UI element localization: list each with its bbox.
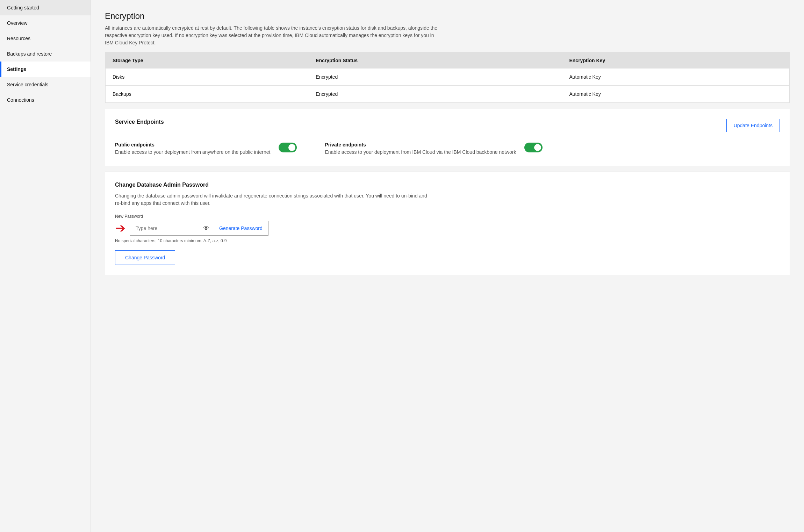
password-input-wrapper: 👁 (130, 221, 214, 236)
col-encryption-status: Encryption Status (309, 53, 562, 69)
storage-type-disks: Disks (106, 69, 309, 86)
encryption-table-container: Storage Type Encryption Status Encryptio… (105, 52, 790, 103)
private-endpoints-text: Private endpoints Enable access to your … (325, 142, 516, 156)
table-row: Backups Encrypted Automatic Key (106, 86, 790, 103)
private-endpoints-group: Private endpoints Enable access to your … (325, 142, 543, 156)
eye-icon[interactable]: 👁 (203, 224, 209, 232)
sidebar-item-connections[interactable]: Connections (0, 92, 91, 108)
change-password-description: Changing the database admin password wil… (115, 192, 430, 207)
password-input-arrow-row: ➔ 👁 Generate Password (115, 221, 780, 236)
encryption-status-backups: Encrypted (309, 86, 562, 103)
main-content: Encryption All instances are automatical… (91, 0, 804, 532)
encryption-header: Encryption All instances are automatical… (105, 11, 790, 46)
encryption-description: All instances are automatically encrypte… (105, 24, 440, 46)
public-endpoints-description: Enable access to your deployment from an… (115, 149, 270, 156)
service-endpoints-card: Service Endpoints Update Endpoints Publi… (105, 109, 790, 166)
sidebar-item-backups-restore[interactable]: Backups and restore (0, 46, 91, 62)
endpoints-title: Service Endpoints (115, 119, 164, 125)
new-password-input[interactable] (130, 221, 214, 236)
sidebar-item-resources[interactable]: Resources (0, 31, 91, 46)
encryption-title: Encryption (105, 11, 790, 21)
private-endpoints-toggle[interactable] (524, 143, 543, 152)
change-password-card: Change Database Admin Password Changing … (105, 172, 790, 275)
update-endpoints-button[interactable]: Update Endpoints (726, 119, 780, 132)
public-endpoints-text: Public endpoints Enable access to your d… (115, 142, 270, 156)
encryption-status-disks: Encrypted (309, 69, 562, 86)
public-endpoints-toggle[interactable] (279, 143, 297, 152)
private-endpoints-title: Private endpoints (325, 142, 516, 148)
endpoints-header: Service Endpoints Update Endpoints (115, 119, 780, 132)
sidebar-item-overview[interactable]: Overview (0, 15, 91, 31)
sidebar: Getting started Overview Resources Backu… (0, 0, 91, 532)
new-password-label: New Password (115, 214, 780, 219)
public-endpoints-title: Public endpoints (115, 142, 270, 148)
change-password-title: Change Database Admin Password (115, 182, 780, 188)
sidebar-item-settings[interactable]: Settings (0, 62, 91, 77)
change-password-button[interactable]: Change Password (115, 250, 175, 265)
table-row: Disks Encrypted Automatic Key (106, 69, 790, 86)
endpoints-content: Public endpoints Enable access to your d… (115, 142, 780, 156)
encryption-key-disks: Automatic Key (562, 69, 789, 86)
sidebar-item-service-credentials[interactable]: Service credentials (0, 77, 91, 92)
col-storage-type: Storage Type (106, 53, 309, 69)
password-input-row: 👁 Generate Password (130, 221, 268, 236)
encryption-key-backups: Automatic Key (562, 86, 789, 103)
private-endpoints-description: Enable access to your deployment from IB… (325, 149, 516, 156)
red-arrow-icon: ➔ (115, 221, 125, 236)
col-encryption-key: Encryption Key (562, 53, 789, 69)
generate-password-link[interactable]: Generate Password (214, 221, 268, 236)
password-hint: No special characters; 10 characters min… (115, 238, 780, 243)
storage-type-backups: Backups (106, 86, 309, 103)
encryption-table: Storage Type Encryption Status Encryptio… (105, 52, 790, 103)
public-endpoints-group: Public endpoints Enable access to your d… (115, 142, 297, 156)
sidebar-item-getting-started[interactable]: Getting started (0, 0, 91, 15)
